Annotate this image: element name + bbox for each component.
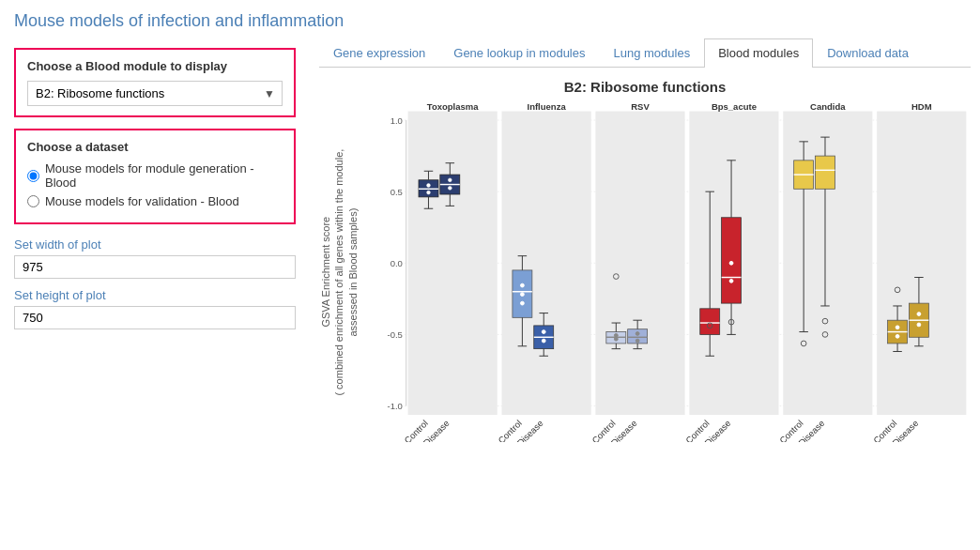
svg-point-83 (729, 279, 733, 283)
tab-gene-expression[interactable]: Gene expression (319, 38, 439, 67)
svg-point-37 (520, 283, 524, 287)
svg-point-110 (896, 326, 899, 329)
svg-text:Candida: Candida (810, 101, 846, 112)
sidebar: Choose a Blood module to display B2: Rib… (0, 38, 310, 442)
svg-point-120 (917, 323, 921, 327)
tab-blood-modules[interactable]: Blood modules (704, 38, 813, 68)
dataset-label-validation: Mouse models for validation - Blood (45, 194, 239, 208)
tab-lung-modules[interactable]: Lung modules (599, 38, 704, 67)
svg-point-28 (448, 186, 452, 190)
svg-text:Toxoplasma: Toxoplasma (427, 101, 479, 112)
chart-svg: 1.0 0.5 0.0 -0.5 -1.0 (363, 102, 971, 442)
tabs-bar: Gene expression Gene lookup in modules L… (319, 38, 971, 68)
svg-text:0.0: 0.0 (390, 258, 403, 268)
dataset-selection-box: Choose a dataset Mouse models for module… (14, 129, 296, 224)
chart-area: GSVA Enrichment score( combined enrichme… (319, 102, 971, 442)
dataset-option-validation[interactable]: Mouse models for validation - Blood (27, 194, 283, 208)
svg-point-46 (542, 330, 545, 334)
svg-point-47 (542, 339, 545, 343)
dataset-label-training: Mouse models for module generation - Blo… (45, 161, 283, 190)
tab-gene-lookup[interactable]: Gene lookup in modules (439, 38, 599, 67)
svg-text:0.5: 0.5 (390, 187, 403, 197)
tab-download-data[interactable]: Download data (813, 38, 923, 67)
svg-point-119 (917, 313, 921, 316)
svg-text:HDM: HDM (911, 101, 932, 112)
module-selection-box: Choose a Blood module to display B2: Rib… (14, 48, 296, 117)
svg-text:1.0: 1.0 (390, 115, 403, 126)
page-title: Mouse models of infection and inflammati… (0, 0, 980, 38)
svg-point-65 (635, 332, 639, 336)
dataset-radio-training[interactable] (27, 170, 39, 182)
height-input[interactable] (14, 306, 296, 329)
svg-rect-29 (501, 112, 590, 416)
svg-point-111 (896, 334, 899, 338)
svg-point-20 (426, 191, 430, 194)
module-select[interactable]: B2: Ribosome functions (27, 81, 283, 106)
dataset-option-training[interactable]: Mouse models for module generation - Blo… (27, 161, 283, 190)
svg-point-27 (448, 178, 452, 182)
svg-point-57 (614, 337, 618, 341)
module-box-label: Choose a Blood module to display (27, 59, 283, 73)
width-input[interactable] (14, 255, 296, 279)
svg-text:Influenza: Influenza (527, 101, 566, 112)
svg-point-56 (614, 333, 618, 337)
svg-rect-69 (700, 309, 720, 335)
chart-title: B2: Ribosome functions (319, 79, 971, 95)
dataset-box-label: Choose a dataset (27, 140, 283, 154)
height-label[interactable]: Set height of plot (14, 288, 296, 302)
content-area: Gene expression Gene lookup in modules L… (310, 38, 980, 442)
svg-rect-48 (595, 112, 684, 416)
plot-size-section: Set width of plot Set height of plot (14, 237, 296, 339)
svg-rect-76 (721, 218, 741, 303)
svg-text:-1.0: -1.0 (387, 401, 402, 411)
module-select-wrapper: B2: Ribosome functions ▼ (27, 81, 283, 106)
width-label[interactable]: Set width of plot (14, 237, 296, 252)
svg-point-38 (520, 293, 524, 297)
svg-point-82 (729, 261, 733, 265)
svg-point-66 (635, 339, 639, 343)
svg-point-19 (426, 184, 430, 188)
svg-point-39 (520, 301, 524, 305)
svg-text:Bps_acute: Bps_acute (712, 101, 757, 112)
y-axis-label: GSVA Enrichment score( combined enrichme… (319, 102, 360, 442)
svg-rect-11 (407, 112, 497, 416)
svg-rect-102 (877, 112, 966, 416)
svg-text:RSV: RSV (631, 101, 650, 112)
dataset-radio-validation[interactable] (27, 195, 39, 207)
svg-text:-0.5: -0.5 (387, 329, 402, 340)
svg-rect-94 (815, 156, 835, 189)
